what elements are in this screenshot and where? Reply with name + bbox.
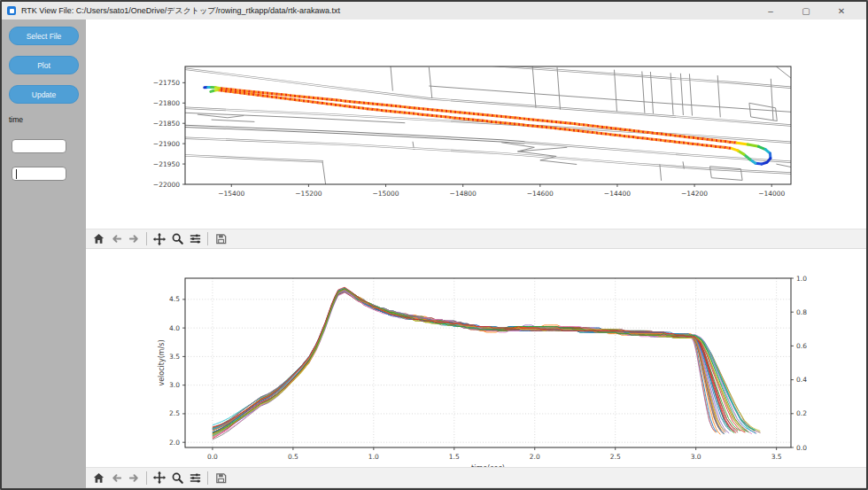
velocity-figure: 0.00.51.01.52.02.53.03.52.02.53.03.54.04… (86, 249, 866, 467)
svg-text:0.4: 0.4 (796, 376, 807, 384)
grid-lines (185, 278, 791, 447)
svg-text:−14000: −14000 (758, 190, 785, 198)
configure-subplots-icon[interactable] (186, 470, 204, 486)
window-body: Select File Plot Update time (2, 19, 866, 488)
plot-button[interactable]: Plot (9, 56, 79, 74)
svg-text:2.5: 2.5 (610, 453, 621, 461)
svg-text:−21950: −21950 (153, 160, 180, 168)
back-icon[interactable] (107, 231, 125, 247)
forward-icon[interactable] (125, 470, 143, 486)
svg-text:0.8: 0.8 (796, 308, 807, 316)
save-icon[interactable] (212, 231, 229, 247)
time-entry-1[interactable] (12, 139, 66, 153)
svg-text:−15000: −15000 (372, 190, 399, 198)
save-icon[interactable] (212, 470, 229, 486)
window-title: RTK View File: C:/Users/sato1/OneDrive/デ… (21, 5, 340, 17)
toolbar-separator (207, 232, 208, 245)
map-plot-canvas[interactable]: −15400−15200−15000−14800−14600−14400−142… (86, 19, 866, 229)
axes-spines (185, 66, 791, 184)
svg-text:0.5: 0.5 (288, 453, 298, 461)
svg-text:0.0: 0.0 (207, 453, 218, 461)
svg-text:1.5: 1.5 (449, 453, 460, 461)
svg-text:2.0: 2.0 (530, 453, 540, 461)
svg-text:0.0: 0.0 (796, 444, 807, 452)
svg-text:2.0: 2.0 (169, 439, 180, 447)
window-controls: – ▢ ✕ (753, 2, 859, 19)
update-button[interactable]: Update (9, 85, 79, 104)
time-entry-2[interactable] (12, 167, 66, 181)
forward-icon[interactable] (125, 231, 143, 247)
svg-text:3.0: 3.0 (169, 381, 180, 389)
toolbar-separator (146, 471, 147, 485)
svg-text:−14600: −14600 (527, 190, 554, 198)
text-cursor (16, 169, 17, 179)
y-axis-label: velocity(m/s) (158, 339, 166, 385)
svg-text:−21800: −21800 (153, 99, 180, 107)
titlebar: RTK View File: C:/Users/sato1/OneDrive/デ… (2, 2, 866, 19)
velocity-plot-canvas[interactable]: 0.00.51.01.52.02.53.03.52.02.53.03.54.04… (86, 249, 866, 467)
svg-text:−15400: −15400 (218, 190, 244, 198)
svg-text:−21750: −21750 (153, 79, 180, 87)
svg-text:0.2: 0.2 (796, 409, 807, 417)
pan-icon[interactable] (151, 231, 168, 247)
svg-text:3.5: 3.5 (169, 353, 180, 361)
svg-text:−22000: −22000 (153, 181, 180, 189)
map-toolbar (86, 229, 866, 249)
zoom-icon[interactable] (168, 231, 186, 247)
maximize-button[interactable]: ▢ (788, 2, 824, 19)
svg-text:1.0: 1.0 (796, 275, 807, 283)
toolbar-separator (146, 232, 147, 245)
velocity-toolbar (86, 467, 866, 488)
select-file-button[interactable]: Select File (9, 27, 79, 45)
map-figure: −15400−15200−15000−14800−14600−14400−142… (86, 19, 866, 229)
svg-text:2.5: 2.5 (169, 409, 180, 417)
home-icon[interactable] (89, 231, 107, 247)
home-icon[interactable] (89, 470, 107, 486)
svg-text:1.0: 1.0 (368, 453, 379, 461)
axes-spines (185, 278, 791, 447)
back-icon[interactable] (107, 470, 125, 486)
svg-text:−14200: −14200 (681, 190, 708, 198)
main-area: −15400−15200−15000−14800−14600−14400−142… (86, 19, 866, 488)
configure-subplots-icon[interactable] (186, 231, 204, 247)
svg-text:3.0: 3.0 (691, 453, 701, 461)
svg-text:3.5: 3.5 (771, 453, 782, 461)
sidebar: Select File Plot Update time (2, 19, 86, 488)
svg-text:−21900: −21900 (153, 140, 180, 148)
svg-text:0.6: 0.6 (796, 342, 807, 350)
app-icon (7, 6, 16, 15)
pan-icon[interactable] (151, 470, 168, 486)
series-lines (213, 287, 761, 439)
svg-text:−14400: −14400 (604, 190, 631, 198)
time-label: time (9, 115, 23, 124)
app-window: RTK View File: C:/Users/sato1/OneDrive/デ… (0, 0, 868, 490)
close-button[interactable]: ✕ (824, 2, 859, 19)
zoom-icon[interactable] (168, 470, 186, 486)
svg-text:4.0: 4.0 (169, 324, 180, 332)
toolbar-separator (207, 471, 208, 485)
svg-text:−14800: −14800 (450, 190, 477, 198)
map-lines (185, 65, 792, 184)
svg-text:−21850: −21850 (153, 120, 180, 128)
minimize-button[interactable]: – (753, 2, 788, 19)
svg-text:−15200: −15200 (295, 190, 322, 198)
svg-text:4.5: 4.5 (169, 295, 180, 303)
